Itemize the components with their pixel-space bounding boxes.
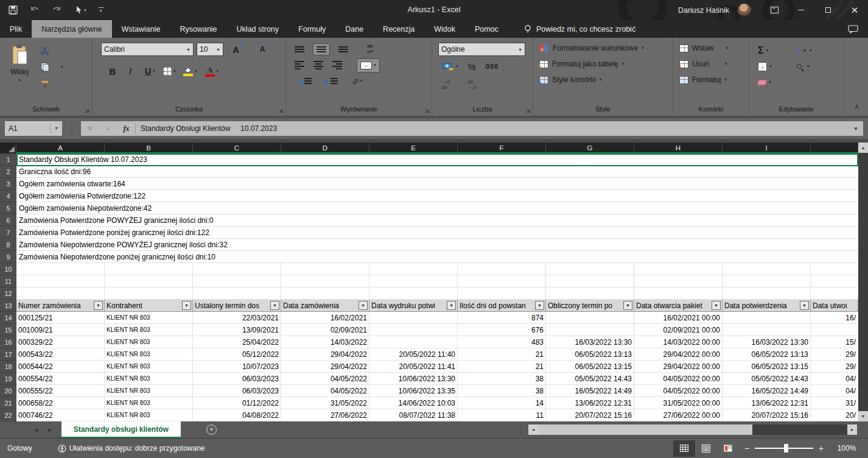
cell[interactable]: 16/03/2022 13:30 [546,336,634,348]
cell[interactable]: KLIENT NR 803 [105,385,193,397]
row-header-12[interactable]: 12 [0,287,16,300]
add-sheet-button[interactable]: + [206,425,217,435]
cell[interactable]: 000543/22 [16,348,105,361]
minimize-button[interactable] [788,0,814,20]
view-normal-button[interactable] [673,440,695,457]
clipboard-dialog-launcher[interactable]: ⇲ [85,108,89,114]
tab-rysowanie[interactable]: Rysowanie [170,20,226,38]
cell[interactable]: 15/ [811,336,858,348]
touch-mouse-mode-button[interactable]: ▾ [74,5,86,15]
table-header-data-potwierdzenia[interactable]: Data potwierdzenia▼ [723,300,811,312]
cell[interactable]: 01/12/2022 [193,397,281,409]
cell[interactable] [634,275,723,287]
cell[interactable]: 29/04/2022 00:00 [634,361,723,373]
cell[interactable]: 21 [458,348,546,361]
horizontal-scrollbar-thumb[interactable] [538,425,752,435]
avatar[interactable] [738,4,751,17]
filter-button[interactable]: ▼ [94,301,103,310]
cell[interactable] [723,263,811,275]
cell[interactable] [723,324,811,336]
cell[interactable]: 16/02/2021 [281,312,369,324]
alignment-dialog-launcher[interactable]: ⇲ [424,108,429,114]
table-header-data-wydruku-potwi[interactable]: Data wydruku potwi▼ [369,300,458,312]
row-header-10[interactable]: 10 [0,263,16,275]
cell[interactable] [546,287,634,300]
autosum-button[interactable]: Σ ▾ [758,45,797,56]
collapse-ribbon-button[interactable]: ∧ [854,102,859,111]
filter-button[interactable]: ▼ [182,301,191,310]
copy-button[interactable]: ▾ [40,62,63,72]
maximize-button[interactable] [814,0,841,20]
cell[interactable]: 10/07/2023 [193,361,281,373]
bold-button[interactable]: B [106,66,119,77]
cell[interactable]: 001009/21 [16,324,105,336]
cell[interactable] [193,287,281,300]
cell[interactable]: 20/07/2022 15:16 [723,409,811,421]
cell[interactable]: 08/07/2022 11:38 [369,409,458,421]
align-right-button[interactable] [332,61,342,69]
increase-font-button[interactable]: A▲ [233,44,243,55]
row-header-7[interactable]: 7 [0,227,16,239]
cell[interactable]: 10/06/2022 13:35 [369,385,458,397]
cell[interactable]: 04/08/2022 [193,409,281,421]
cell[interactable]: 02/09/2021 00:00 [634,324,723,336]
cell-A2[interactable]: Graniczna ilość dni:96 [16,166,858,178]
cell-styles-button[interactable]: ✎ Style komórki ▾ [539,74,673,85]
cell[interactable] [811,287,858,300]
number-dialog-launcher[interactable]: ⇲ [525,108,530,114]
cancel-entry-button[interactable]: ✕ [81,124,99,133]
ribbon-display-options-button[interactable] [761,0,788,20]
sheet-prev-button[interactable]: ◄ [33,427,39,433]
tab-układ-strony[interactable]: Układ strony [227,20,289,38]
cell[interactable]: 000544/22 [16,361,105,373]
tab-formuły[interactable]: Formuły [289,20,335,38]
underline-button[interactable]: U ▾ [145,66,155,76]
cell[interactable]: 000658/22 [16,397,105,409]
cell-A8[interactable]: Zamówienia Niepotwierdzone POWYŻEJ grani… [16,239,858,251]
cell[interactable]: 31/05/2022 00:00 [634,397,723,409]
format-cells-button[interactable]: Formatuj ▾ [679,74,749,85]
name-box[interactable]: A1 ▼ [5,121,62,136]
table-header-kontrahent[interactable]: Kontrahent▼ [105,300,193,312]
cell[interactable]: 14/03/2022 00:00 [634,336,723,348]
row-header-5[interactable]: 5 [0,202,16,214]
table-header-data-zamówienia[interactable]: Data zamówienia▼ [281,300,369,312]
cell[interactable]: 38 [458,373,546,385]
cell[interactable] [369,312,458,324]
cell[interactable]: 16/ [811,312,858,324]
cell[interactable] [723,287,811,300]
row-header-16[interactable]: 16 [0,336,16,348]
customize-qat-button[interactable]: ▾ [99,7,103,13]
cell[interactable]: 04/05/2022 [281,385,369,397]
row-header-6[interactable]: 6 [0,214,16,227]
align-middle-button[interactable] [313,44,329,55]
formula-bar-handle[interactable]: ⋮ [68,124,75,133]
filter-button[interactable]: ▼ [359,301,368,310]
cell[interactable]: 20/07/2022 15:16 [546,409,634,421]
row-header-20[interactable]: 20 [0,385,16,397]
select-all-corner[interactable] [0,143,16,153]
cell[interactable]: 05/05/2022 14:43 [723,373,811,385]
row-header-14[interactable]: 14 [0,312,16,324]
cell[interactable]: 25/04/2022 [193,336,281,348]
cell[interactable] [193,275,281,287]
cell[interactable] [369,324,458,336]
cell[interactable]: 14 [458,397,546,409]
cell[interactable]: 13/06/2022 12:31 [546,397,634,409]
percent-style-button[interactable]: % [468,62,476,72]
tab-recenzja[interactable]: Recenzja [373,20,424,38]
tab-plik[interactable]: Plik [0,20,32,38]
orientation-button[interactable]: ab ▾ [352,78,363,85]
sort-filter-button[interactable]: AZ ▼ ▾ [797,46,836,55]
cell[interactable] [811,324,858,336]
cell[interactable]: 06/05/2022 13:13 [723,348,811,361]
cell[interactable] [634,287,723,300]
horizontal-scrollbar[interactable]: ◄ ► [528,425,857,435]
filter-button[interactable]: ▼ [535,301,544,310]
cell[interactable]: 16/05/2022 14:49 [546,385,634,397]
increase-indent-button[interactable]: ▶ [324,78,338,84]
row-header-22[interactable]: 22 [0,409,16,421]
user-name[interactable]: Dariusz Haśnik [678,6,729,15]
cell[interactable]: 20/05/2022 11:40 [369,348,458,361]
cell[interactable] [193,263,281,275]
